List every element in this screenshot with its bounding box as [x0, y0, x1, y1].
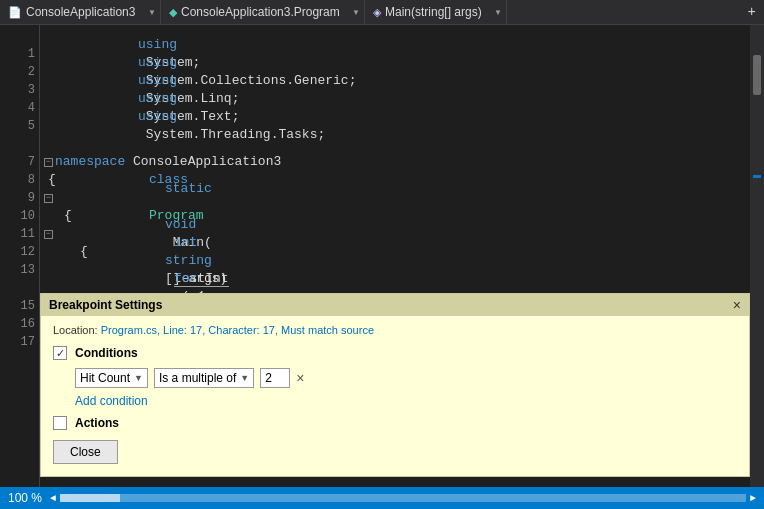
conditions-label: Conditions: [75, 346, 138, 360]
code-space: [165, 199, 173, 214]
line-numbers: 1 2 3 4 5 7 8 9 10 11 12 13 15 16 17: [0, 25, 40, 487]
top-bar: 📄 ConsoleApplication3 ▼ ◆ ConsoleApplica…: [0, 0, 764, 25]
scrollbar-mark: [753, 175, 761, 178]
method-icon: ◈: [373, 6, 381, 19]
bp-conditions-content: Hit Count ▼ Is a multiple of ▼ 2 × Add c…: [75, 368, 737, 408]
collapse-class[interactable]: −: [44, 194, 53, 203]
collapse-namespace[interactable]: −: [44, 158, 53, 167]
line-num-11: 11: [21, 225, 35, 243]
class-dropdown-container[interactable]: ◆ ConsoleApplication3.Program ▼: [161, 0, 365, 24]
actions-label: Actions: [75, 416, 119, 430]
bp-actions-section: Actions: [53, 416, 737, 430]
line-num-13: 13: [21, 261, 35, 279]
close-button[interactable]: Close: [53, 440, 118, 464]
add-condition-link[interactable]: Add condition: [75, 394, 737, 408]
line-num-4: 4: [28, 99, 35, 117]
line-num-6: [28, 135, 35, 153]
horizontal-scrollbar[interactable]: [60, 494, 746, 502]
method-dropdown[interactable]: Main(string[] args): [385, 5, 498, 19]
code-line-5: using System.Threading.Tasks;: [40, 117, 750, 135]
bp-location: Location: Program.cs, Line: 17, Characte…: [53, 324, 737, 336]
hit-count-condition-dropdown[interactable]: Is a multiple of ▼: [154, 368, 254, 388]
bp-close-icon[interactable]: ×: [733, 298, 741, 312]
hit-count-condition-arrow: ▼: [240, 373, 249, 383]
collapse-main[interactable]: −: [44, 230, 53, 239]
file-icon: 📄: [8, 6, 22, 19]
class-dropdown[interactable]: ConsoleApplication3.Program: [181, 5, 356, 19]
method-dropdown-container[interactable]: ◈ Main(string[] args) ▼: [365, 0, 507, 24]
keyword-int: int: [174, 235, 197, 250]
line-num-16: 16: [21, 315, 35, 333]
line-num-15: 15: [21, 297, 35, 315]
line-num-5: 5: [28, 117, 35, 135]
horizontal-scrollbar-thumb[interactable]: [60, 494, 120, 502]
brace-open-main: {: [80, 243, 88, 261]
bp-conditions-section: Conditions: [53, 346, 737, 360]
line-num-7: 7: [28, 153, 35, 171]
status-bar: 100 % ◄ ►: [0, 487, 764, 509]
hit-count-type-arrow: ▼: [134, 373, 143, 383]
bp-location-link[interactable]: Program.cs, Line: 17, Character: 17, Mus…: [101, 324, 374, 336]
scroll-left-button[interactable]: ◄: [50, 493, 56, 504]
line-num-17: 17: [21, 333, 35, 351]
bp-settings-header: Breakpoint Settings ×: [41, 294, 749, 316]
line-num-blank: [28, 27, 35, 45]
hit-count-type-dropdown[interactable]: Hit Count ▼: [75, 368, 148, 388]
code-text-5: System.Threading.Tasks;: [138, 127, 325, 142]
project-dropdown[interactable]: ConsoleApplication3: [26, 5, 152, 19]
scrollbar-thumb[interactable]: [753, 55, 761, 95]
remove-condition-button[interactable]: ×: [296, 371, 304, 385]
line-num-9: 9: [28, 189, 35, 207]
actions-checkbox[interactable]: [53, 416, 67, 430]
zoom-level[interactable]: 100 %: [8, 491, 42, 505]
line-num-3: 3: [28, 81, 35, 99]
scroll-right-button[interactable]: ►: [750, 493, 756, 504]
add-tab-button[interactable]: +: [740, 0, 764, 24]
line-num-1: 1: [28, 45, 35, 63]
line-num-2: 2: [28, 63, 35, 81]
bp-settings-title: Breakpoint Settings: [49, 298, 162, 312]
line-num-10: 10: [21, 207, 35, 225]
brace-open-ns: {: [48, 171, 56, 189]
line-num-14: [28, 279, 35, 297]
hit-count-condition-label: Is a multiple of: [159, 371, 236, 385]
vertical-scrollbar[interactable]: [750, 25, 764, 487]
keyword-static: static: [165, 181, 212, 196]
line-num-12: 12: [21, 243, 35, 261]
hit-count-value-input[interactable]: 2: [260, 368, 290, 388]
line-num-8: 8: [28, 171, 35, 189]
main-area: 1 2 3 4 5 7 8 9 10 11 12 13 15 16 17: [0, 25, 764, 487]
hit-count-row: Hit Count ▼ Is a multiple of ▼ 2 ×: [75, 368, 737, 388]
brace-open-class: {: [64, 207, 72, 225]
keyword-for: for: [174, 271, 197, 286]
breakpoint-settings-panel: Breakpoint Settings × Location: Program.…: [40, 293, 750, 477]
hit-count-value: 2: [265, 371, 272, 385]
bp-location-label: Location:: [53, 324, 98, 336]
hit-count-type-label: Hit Count: [80, 371, 130, 385]
class-icon: ◆: [169, 6, 177, 19]
conditions-checkbox[interactable]: [53, 346, 67, 360]
project-dropdown-container[interactable]: 📄 ConsoleApplication3 ▼: [0, 0, 161, 24]
keyword-using-5: using: [138, 109, 177, 124]
